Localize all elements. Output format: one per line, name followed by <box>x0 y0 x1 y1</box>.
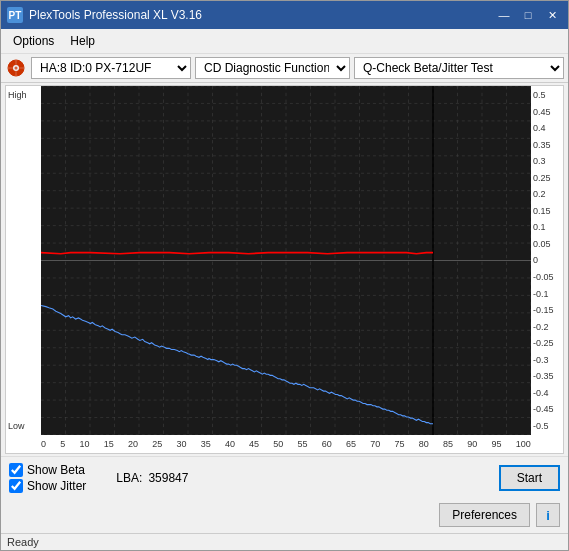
lba-value: 359847 <box>148 471 188 485</box>
menu-options[interactable]: Options <box>5 31 62 51</box>
title-bar: PT PlexTools Professional XL V3.16 — □ ✕ <box>1 1 568 29</box>
show-beta-label: Show Beta <box>27 463 85 477</box>
status-text: Ready <box>7 536 39 548</box>
function-select[interactable]: CD Diagnostic Functions <box>195 57 350 79</box>
preferences-button[interactable]: Preferences <box>439 503 530 527</box>
status-bar: Ready <box>1 533 568 550</box>
show-jitter-label: Show Jitter <box>27 479 86 493</box>
preferences-row: Preferences i <box>1 499 568 533</box>
menu-bar: Options Help <box>1 29 568 54</box>
bottom-panel: Show Beta Show Jitter LBA: 359847 Start <box>1 456 568 499</box>
checkboxes: Show Beta Show Jitter <box>9 463 86 493</box>
x-labels: 0 5 10 15 20 25 30 35 40 45 50 55 60 65 … <box>41 439 531 449</box>
chart-container: High Low <box>5 85 564 454</box>
maximize-button[interactable]: □ <box>518 6 538 24</box>
drive-icon <box>5 57 27 79</box>
chart-plot <box>41 86 531 435</box>
test-select[interactable]: Q-Check Beta/Jitter Test <box>354 57 564 79</box>
show-beta-checkbox[interactable] <box>9 463 23 477</box>
y-axis-right: 0.5 0.45 0.4 0.35 0.3 0.25 0.2 0.15 0.1 … <box>531 86 563 435</box>
show-beta-row: Show Beta <box>9 463 86 477</box>
close-button[interactable]: ✕ <box>542 6 562 24</box>
minimize-button[interactable]: — <box>494 6 514 24</box>
y-label-low: Low <box>8 421 39 431</box>
info-button[interactable]: i <box>536 503 560 527</box>
chart-inner: High Low <box>6 86 563 435</box>
lba-section: LBA: 359847 <box>116 471 188 485</box>
window-title: PlexTools Professional XL V3.16 <box>29 8 494 22</box>
main-window: PT PlexTools Professional XL V3.16 — □ ✕… <box>0 0 569 551</box>
lba-label: LBA: <box>116 471 142 485</box>
y-axis-left: High Low <box>6 86 41 435</box>
drive-select[interactable]: HA:8 ID:0 PX-712UF <box>31 57 191 79</box>
show-jitter-checkbox[interactable] <box>9 479 23 493</box>
show-jitter-row: Show Jitter <box>9 479 86 493</box>
app-icon: PT <box>7 7 23 23</box>
x-axis: 0 5 10 15 20 25 30 35 40 45 50 55 60 65 … <box>6 435 563 453</box>
y-label-high: High <box>8 90 39 100</box>
toolbar: HA:8 ID:0 PX-712UF CD Diagnostic Functio… <box>1 54 568 83</box>
menu-help[interactable]: Help <box>62 31 103 51</box>
start-button[interactable]: Start <box>499 465 560 491</box>
window-controls: — □ ✕ <box>494 6 562 24</box>
